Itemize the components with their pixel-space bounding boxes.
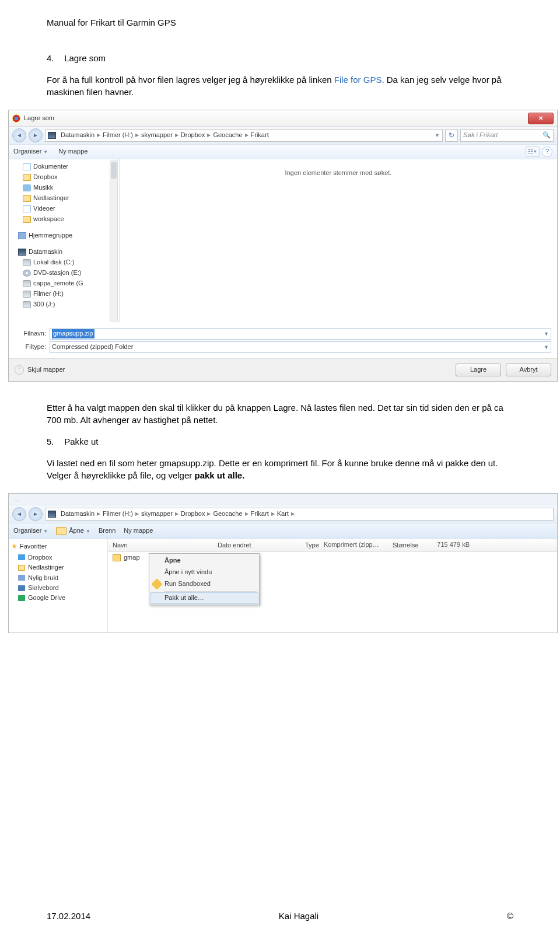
crumb-6[interactable]: Kart — [275, 509, 291, 518]
tree-item[interactable]: workspace — [10, 214, 118, 225]
refresh-button[interactable]: ↻ — [445, 129, 458, 142]
chevron-down-icon[interactable]: ▼ — [544, 330, 549, 338]
context-menu[interactable]: Åpne Åpne i nytt vindu Run Sandboxed Pak… — [149, 553, 260, 605]
open-button[interactable]: Åpne ▼ — [56, 526, 90, 535]
recent-icon — [18, 575, 25, 581]
nav-back-button[interactable]: ◄ — [12, 128, 26, 142]
nav-back-button[interactable]: ◄ — [12, 507, 26, 521]
cancel-button[interactable]: Avbryt — [506, 364, 551, 376]
star-icon: ★ — [11, 542, 18, 551]
tree-item[interactable]: Dropbox — [10, 172, 118, 183]
file-for-gps-link[interactable]: File for GPS — [334, 75, 382, 85]
para-text-a: For å ha full kontroll på hvor filen lag… — [47, 75, 334, 85]
section-4-paragraph-1: For å ha full kontroll på hvor filen lag… — [47, 74, 513, 98]
new-folder-button[interactable]: Ny mappe — [124, 526, 153, 535]
ctx-run-sandboxed[interactable]: Run Sandboxed — [150, 578, 258, 590]
crumb-0[interactable]: Datamaskin — [58, 131, 97, 139]
folder-tree-pane[interactable]: Dokumenter Dropbox Musikk Nedlastinger V… — [9, 159, 120, 323]
tree-item[interactable]: Musikk — [10, 183, 118, 193]
button-row: ˄ Skjul mapper Lagre Avbryt — [9, 358, 557, 381]
section-5-heading: 5. Pakke ut — [47, 435, 513, 448]
crumb-4[interactable]: Geocache — [211, 131, 244, 139]
crumb-4[interactable]: Geocache — [211, 509, 244, 518]
crumb-5[interactable]: Frikart — [249, 509, 271, 518]
chevron-down-icon[interactable]: ▼ — [544, 344, 549, 351]
crumb-2[interactable]: skymapper — [139, 509, 175, 518]
organize-button[interactable]: Organiser ▼ — [13, 526, 48, 535]
para5-bold: pakk ut alle. — [194, 470, 244, 480]
tree-item[interactable]: cappa_remote (G — [10, 278, 118, 289]
crumb-0[interactable]: Datamaskin — [58, 509, 97, 518]
section-4-paragraph-2: Etter å ha valgt mappen den skal til kli… — [47, 401, 513, 426]
nav-forward-button[interactable]: ► — [29, 128, 43, 142]
save-button[interactable]: Lagre — [456, 364, 501, 376]
sandbox-icon — [151, 578, 163, 590]
favorites-pane[interactable]: ★Favoritter Dropbox Nedlastinger Nylig b… — [9, 539, 108, 633]
crumb-3[interactable]: Dropbox — [178, 509, 208, 518]
document-title: Manual for Frikart til Garmin GPS — [47, 16, 513, 29]
close-button[interactable]: ✕ — [528, 113, 554, 124]
ctx-extract-all[interactable]: Pakk ut alle… — [150, 592, 258, 604]
tree-item[interactable]: Lokal disk (C:) — [10, 257, 118, 268]
fav-item[interactable]: Skrivebord — [11, 583, 105, 593]
crumb-1[interactable]: Filmer (H:) — [100, 131, 135, 139]
tree-item[interactable]: 300 (J:) — [10, 299, 118, 310]
tree-item[interactable]: Filmer (H:) — [10, 289, 118, 299]
file-pane[interactable]: Navn Dato endret Type Størrelse gmap Kom… — [108, 539, 557, 633]
tree-item[interactable]: Hjemmegruppe — [10, 230, 118, 241]
scrollbar-thumb[interactable] — [111, 162, 117, 179]
folder-icon — [23, 195, 31, 202]
nav-forward-button[interactable]: ► — [29, 507, 43, 521]
filename-input[interactable]: gmapsupp.zip▼ — [50, 328, 551, 340]
breadcrumb-bar[interactable]: Datamaskin▶ Filmer (H:)▶ skymapper▶ Drop… — [45, 508, 554, 521]
collapse-icon[interactable]: ˄ — [15, 365, 24, 375]
chevron-down-icon: ▼ — [43, 149, 48, 155]
fav-item[interactable]: Google Drive — [11, 593, 105, 603]
explorer-address-row: ◄ ► Datamaskin▶ Filmer (H:)▶ skymapper▶ … — [9, 505, 557, 523]
col-date[interactable]: Dato endret — [213, 541, 300, 550]
burn-button[interactable]: Brenn — [99, 526, 116, 535]
chevron-right-icon: ▶ — [291, 511, 295, 517]
explorer-window: … ◄ ► Datamaskin▶ Filmer (H:)▶ skymapper… — [8, 493, 558, 633]
organize-button[interactable]: Organiser ▼ — [13, 147, 48, 156]
col-name[interactable]: Navn — [108, 541, 213, 550]
ctx-open-new-window[interactable]: Åpne i nytt vindu — [150, 567, 258, 578]
tree-item[interactable]: Dokumenter — [10, 162, 118, 172]
page-footer: 17.02.2014 Kai Hagali © — [47, 910, 513, 922]
fav-item[interactable]: Nedlastinger — [11, 563, 105, 572]
file-list-pane[interactable]: Ingen elementer stemmer med søket. — [120, 159, 557, 323]
breadcrumb-bar[interactable]: Datamaskin▶ Filmer (H:)▶ skymapper▶ Drop… — [45, 129, 443, 142]
hide-folders-link[interactable]: Skjul mapper — [27, 365, 65, 374]
dropbox-icon — [18, 554, 25, 560]
zip-icon — [113, 554, 121, 561]
tree-item[interactable]: Nedlastinger — [10, 193, 118, 204]
tree-item[interactable]: DVD-stasjon (E:) — [10, 268, 118, 278]
ctx-open[interactable]: Åpne — [150, 555, 258, 567]
chrome-icon — [12, 114, 20, 123]
crumb-5[interactable]: Frikart — [249, 131, 271, 139]
explorer-body: ★Favoritter Dropbox Nedlastinger Nylig b… — [9, 539, 557, 633]
save-dialog-titlebar: Lagre som ✕ — [9, 110, 557, 127]
help-button[interactable]: ? — [542, 146, 552, 157]
filetype-value: Compressed (zipped) Folder — [52, 343, 133, 351]
fav-item[interactable]: Dropbox — [11, 553, 105, 563]
chevron-down-icon[interactable]: ▼ — [435, 132, 440, 139]
crumb-3[interactable]: Dropbox — [178, 131, 208, 139]
para5-text: Vi lastet ned en fil som heter gmapsupp.… — [47, 458, 498, 480]
explorer-toolbar: Organiser ▼ Åpne ▼ Brenn Ny mappe — [9, 523, 557, 539]
new-folder-button[interactable]: Ny mappe — [58, 147, 88, 156]
tree-item[interactable]: Videoer — [10, 204, 118, 214]
disk-icon — [23, 291, 31, 298]
crumb-1[interactable]: Filmer (H:) — [100, 509, 135, 518]
fav-item[interactable]: Nylig brukt — [11, 573, 105, 583]
favorites-heading[interactable]: ★Favoritter — [11, 542, 105, 551]
filetype-select[interactable]: Compressed (zipped) Folder▼ — [50, 341, 551, 353]
tree-item[interactable]: Datamaskin — [10, 247, 118, 257]
crumb-2[interactable]: skymapper — [139, 131, 175, 139]
view-mode-button[interactable]: ☷ ▼ — [526, 146, 540, 157]
search-input[interactable]: Søk i Frikart 🔍 — [460, 129, 554, 142]
filename-label: Filnavn: — [15, 329, 50, 338]
tree-scrollbar[interactable] — [110, 160, 118, 322]
footer-author: Kai Hagali — [279, 910, 318, 922]
computer-icon — [18, 249, 26, 256]
